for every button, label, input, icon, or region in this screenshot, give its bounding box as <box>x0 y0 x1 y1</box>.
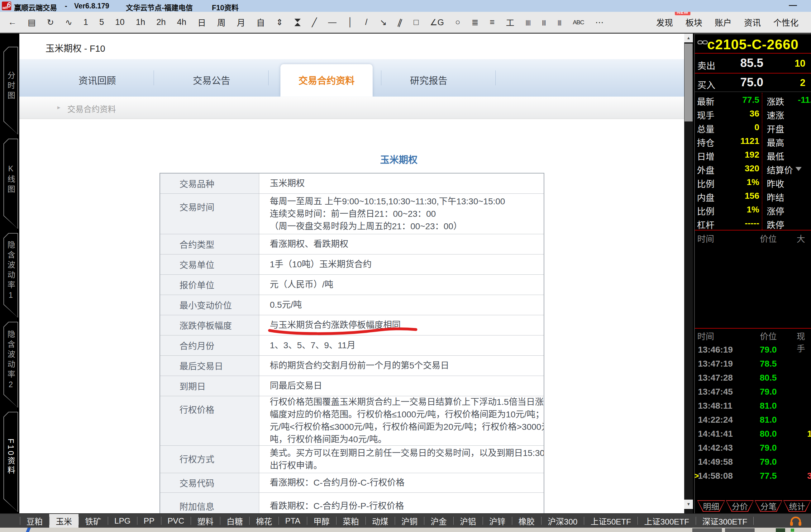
menu-account[interactable]: 账户 <box>715 16 732 28</box>
page-scrollbar[interactable]: ▲ ▼ <box>684 34 693 513</box>
stat-row: 涨停 <box>763 202 811 216</box>
product-tab-1[interactable]: 豆粕 <box>20 514 49 528</box>
toolbar-icon-segment-line[interactable]: / <box>364 17 369 27</box>
toolbar-icon-period-custom[interactable]: 自 <box>256 16 265 28</box>
product-tab-16[interactable]: 沪铝 <box>453 514 483 528</box>
contract-code[interactable]: c2105-C-2660 <box>695 37 811 52</box>
quote-tab-1[interactable]: 明细 <box>697 500 725 512</box>
toolbar-icon-period-5[interactable]: 5 <box>100 17 104 27</box>
toolbar-icon-period-day[interactable]: 日 <box>198 16 206 28</box>
toolbar-icon-bars-3[interactable]: ||| <box>541 19 546 26</box>
stat-label: 内盘 <box>697 191 715 203</box>
f10-tab-3[interactable]: 交易合约资料 <box>299 73 355 87</box>
product-tab-3[interactable]: 铁矿 <box>78 514 108 528</box>
f10-tab-2[interactable]: 交易公告 <box>193 73 230 87</box>
toolbar-icon-vertical-line[interactable]: │ <box>348 17 353 27</box>
product-tab-9[interactable]: 棉花 <box>249 514 278 528</box>
toolbar-icon-refresh[interactable]: ↻ <box>47 17 54 27</box>
minimize-button[interactable]: — <box>783 0 803 12</box>
toolbar-icon-cycle-beam[interactable]: 工 <box>506 16 515 28</box>
menu-sectors[interactable]: 板块 <box>686 16 702 28</box>
toolbar-icon-period-4h[interactable]: 4h <box>177 17 186 27</box>
toolbar-icon-horizontal-line[interactable]: — <box>328 17 336 27</box>
new-badge: NEW <box>675 12 690 15</box>
toolbar-icon-report[interactable]: ▤ <box>28 17 36 27</box>
sidebar-tab-1[interactable]: 分时图 <box>3 47 18 135</box>
bid-row[interactable]: 买入 75.0 2 <box>695 74 811 91</box>
product-tab-2[interactable]: 玉米 <box>49 514 78 528</box>
scroll-up-button[interactable]: ▲ <box>684 34 693 42</box>
product-tab-22[interactable]: 深证300ETF <box>696 514 754 528</box>
menu-personalize[interactable]: 个性化 <box>773 16 798 28</box>
stat-label: 总量 <box>697 122 715 135</box>
menu-news[interactable]: 资讯 <box>744 16 761 28</box>
product-tab-18[interactable]: 橡胶 <box>512 514 541 528</box>
row-label: 行权方式 <box>180 453 214 465</box>
product-tab-11[interactable]: 甲醇 <box>307 514 336 528</box>
product-tab-8[interactable]: 白糖 <box>220 514 249 528</box>
toolbar-icon-hourglass[interactable] <box>294 19 301 26</box>
tick-price: 77.5 <box>736 471 777 481</box>
table-label-cell: 交易单位 <box>160 254 259 275</box>
toolbar: ←▤↻∿15101h2h4h日周月自⇕╱—│/↘∥□∠G○≣≡工||||||||… <box>0 12 811 34</box>
scrollbar-thumb[interactable] <box>685 44 693 122</box>
toolbar-icon-back[interactable]: ← <box>8 17 16 27</box>
product-tab-5[interactable]: PP <box>137 514 161 528</box>
product-tab-7[interactable]: 塑料 <box>191 514 220 528</box>
product-tab-14[interactable]: 沪铜 <box>395 514 424 528</box>
toolbar-icon-golden-angle[interactable]: ∠G <box>430 17 444 27</box>
sidebar-tab-2[interactable]: K线图 <box>3 139 18 229</box>
quote-tab-2[interactable]: 分价 <box>726 500 754 512</box>
toolbar-icon-rectangle[interactable]: □ <box>413 17 418 27</box>
toolbar-icon-bars-4[interactable]: |||| <box>525 19 531 26</box>
dropdown-arrow-icon[interactable] <box>795 167 802 171</box>
toolbar-icon-parallel-lines[interactable]: ∥ <box>396 17 404 28</box>
row-label: 交易代码 <box>180 476 214 489</box>
product-tab-21[interactable]: 上证300ETF <box>638 514 696 528</box>
toolbar-icon-period-week[interactable]: 周 <box>217 16 226 28</box>
product-tab-20[interactable]: 上证50ETF <box>584 514 638 528</box>
toolbar-icon-ellipse[interactable]: ○ <box>455 17 460 27</box>
product-tab-17[interactable]: 沪锌 <box>483 514 512 528</box>
stat-label: 结算价 <box>767 163 793 176</box>
product-tab-bar: 豆粕玉米铁矿LPGPPPVC塑料白糖棉花PTA甲醇菜粕动煤沪铜沪金沪铝沪锌橡胶沪… <box>0 513 811 528</box>
product-tab-19[interactable]: 沪深300 <box>541 514 584 528</box>
toolbar-icon-line-chart[interactable]: ∿ <box>65 17 72 27</box>
scroll-down-button[interactable]: ▼ <box>684 500 693 509</box>
quote-tab-label: 分价 <box>732 500 748 512</box>
product-tab-4[interactable]: LPG <box>108 514 137 528</box>
stat-label: 最高 <box>767 136 784 148</box>
f10-tab-4[interactable]: 研究报告 <box>410 73 447 87</box>
sidebar-tab-3[interactable]: 隐含波动率1 <box>3 233 18 318</box>
ask-row[interactable]: 卖出 85.5 10 <box>695 55 811 72</box>
product-tab-15[interactable]: 沪金 <box>424 514 453 528</box>
quote-tab-3[interactable]: 分笔 <box>755 500 782 512</box>
f10-tab-1[interactable]: 资讯回顾 <box>78 73 116 87</box>
toolbar-icon-period-10[interactable]: 10 <box>115 17 125 27</box>
breadcrumb[interactable]: 交易合约资料 <box>67 103 116 114</box>
sidebar-tab-5[interactable]: F10资料 <box>3 412 18 512</box>
product-tab-10[interactable]: PTA <box>278 514 307 528</box>
headphone-icon[interactable] <box>789 516 802 527</box>
toolbar-icon-period-2h[interactable]: 2h <box>156 17 166 27</box>
toolbar-icon-trend-line[interactable]: ╱ <box>312 17 317 27</box>
row-label: 涨跌停板幅度 <box>180 319 232 331</box>
product-tab-6[interactable]: PVC <box>161 514 191 528</box>
toolbar-icon-more[interactable]: ⋯ <box>595 17 603 27</box>
quote-tab-4[interactable]: 统计 <box>783 500 811 512</box>
menu-discover[interactable]: 发现NEW <box>656 16 673 28</box>
product-tab-13[interactable]: 动煤 <box>366 514 395 528</box>
toolbar-icon-expand[interactable]: ⇕ <box>276 17 283 27</box>
toolbar-icon-text-tool[interactable]: ABC <box>573 19 584 26</box>
sidebar-tab-4[interactable]: 隐含波动率2 <box>3 322 18 408</box>
toolbar-icon-period-month[interactable]: 月 <box>237 16 245 28</box>
toolbar-icon-period-1h[interactable]: 1h <box>136 17 145 27</box>
app-title: 赢顺云端交易 <box>14 2 57 13</box>
toolbar-icon-golden-lines[interactable]: ≣ <box>471 17 478 27</box>
toolbar-icon-speed-lines[interactable]: ≡ <box>490 17 495 27</box>
toolbar-icon-period-1[interactable]: 1 <box>83 17 88 27</box>
product-tab-12[interactable]: 菜粕 <box>336 514 366 528</box>
toolbar-icon-arrow-line[interactable]: ↘ <box>380 17 387 27</box>
tick-row: 13:47:2880.51 <box>695 371 811 385</box>
toolbar-icon-bars-3-thin[interactable]: ||| <box>557 19 562 26</box>
